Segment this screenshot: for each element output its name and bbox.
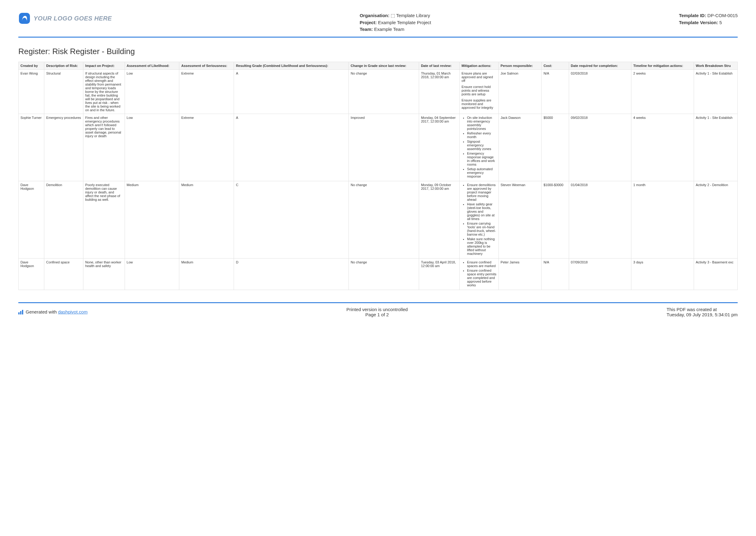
mitigation-paragraph: Ensure plans are approved and signed off xyxy=(461,72,497,83)
table-cell: Poorly executed demolition can cause inj… xyxy=(83,181,125,258)
project-label: Project: xyxy=(360,20,377,25)
table-cell: Medium xyxy=(179,258,234,290)
table-cell: Thursday, 01 March 2018, 12:00:00 am xyxy=(419,69,460,114)
table-cell: Ensure confined spaces are markedEnsure … xyxy=(460,258,499,290)
table-cell: None, other than worker health and safet… xyxy=(83,258,125,290)
column-header: Change in Grade since last review: xyxy=(349,62,419,69)
list-item: On site induction into emergency assembl… xyxy=(467,116,497,130)
table-cell: Demolition xyxy=(44,181,83,258)
table-cell: C xyxy=(234,181,349,258)
list-item: Emergency response signage in offices an… xyxy=(467,151,497,166)
table-cell: Low xyxy=(125,114,179,181)
table-cell: D xyxy=(234,258,349,290)
svg-rect-0 xyxy=(19,13,30,24)
table-cell: Extreme xyxy=(179,114,234,181)
table-header-row: Created byDescription of Risk:Impact on … xyxy=(18,62,738,69)
list-item: Signpost emergency assembly zones xyxy=(467,140,497,151)
list-item: Ensure carrying 'tools' are on-hand (han… xyxy=(467,221,497,236)
mitigation-list: On site induction into emergency assembl… xyxy=(461,116,497,178)
template-id-value: DP-COM-0015 xyxy=(708,13,738,18)
table-cell: Monday, 04 September 2017, 12:00:00 am xyxy=(419,114,460,181)
table-row: Sophie TurnerEmergency proceduresFires a… xyxy=(18,114,738,181)
created-label: This PDF was created at xyxy=(667,307,738,312)
chart-icon xyxy=(18,310,23,315)
table-cell: $1000-$3000 xyxy=(542,181,569,258)
table-row: Dave HodgsonConfined spaceNone, other th… xyxy=(18,258,738,290)
column-header: Description of Risk: xyxy=(44,62,83,69)
column-header: Assessment of Likelihood: xyxy=(125,62,179,69)
table-cell: Joe Salmon xyxy=(498,69,542,114)
table-cell: 02/03/2018 xyxy=(569,69,631,114)
list-item: Ensure confined space entry permits are … xyxy=(467,269,497,287)
document-footer: Generated with dashpivot.com Printed ver… xyxy=(18,302,738,317)
table-cell: Extreme xyxy=(179,69,234,114)
table-cell: Medium xyxy=(125,181,179,258)
table-cell: Low xyxy=(125,69,179,114)
column-header: Created by xyxy=(18,62,44,69)
table-cell: Jack Dawson xyxy=(498,114,542,181)
team-label: Team: xyxy=(360,27,373,32)
table-cell: Activity 1 - Site Establish xyxy=(694,69,738,114)
list-item: Setup automated emergency response xyxy=(467,167,497,178)
footer-left: Generated with dashpivot.com xyxy=(18,307,88,317)
table-cell: 01/04/2018 xyxy=(569,181,631,258)
column-header: Assessment of Seriousness: xyxy=(179,62,234,69)
table-cell: Emergency procedures xyxy=(44,114,83,181)
footer-right: This PDF was created at Tuesday, 09 July… xyxy=(667,307,738,317)
table-row: Dave HodgsonDemolitionPoorly executed de… xyxy=(18,181,738,258)
table-cell: $5000 xyxy=(542,114,569,181)
table-cell: Medium xyxy=(179,181,234,258)
list-item: Ensure demolitions are approved by proje… xyxy=(467,183,497,201)
table-cell: N/A xyxy=(542,69,569,114)
template-id-label: Template ID: xyxy=(679,13,706,18)
table-cell: 3 days xyxy=(631,258,694,290)
table-cell: If structural aspects of design includin… xyxy=(83,69,125,114)
table-cell: Monday, 09 October 2017, 12:00:00 am xyxy=(419,181,460,258)
risk-table: Created byDescription of Risk:Impact on … xyxy=(18,62,738,290)
table-cell: 2 weeks xyxy=(631,69,694,114)
team-value: Example Team xyxy=(374,27,404,32)
table-cell: Low xyxy=(125,258,179,290)
table-cell: Structural xyxy=(44,69,83,114)
document-page: YOUR LOGO GOES HERE Organisation: ⬚ Temp… xyxy=(0,0,756,504)
dashpivot-link[interactable]: dashpivot.com xyxy=(58,309,88,315)
table-cell: Ensure plans are approved and signed off… xyxy=(460,69,499,114)
table-cell: 4 weeks xyxy=(631,114,694,181)
template-ver-value: 5 xyxy=(719,20,722,25)
table-cell: Peter James xyxy=(498,258,542,290)
table-cell: Activity 1 - Site Establish xyxy=(694,114,738,181)
column-header: Date required for completion: xyxy=(569,62,631,69)
logo-area: YOUR LOGO GOES HERE xyxy=(18,12,112,24)
list-item: Ensure confined spaces are marked xyxy=(467,260,497,268)
table-cell: On site induction into emergency assembl… xyxy=(460,114,499,181)
table-cell: Improved xyxy=(349,114,419,181)
column-header: Person responsible: xyxy=(498,62,542,69)
document-header: YOUR LOGO GOES HERE Organisation: ⬚ Temp… xyxy=(18,12,738,38)
table-cell: Dave Hodgson xyxy=(18,258,44,290)
table-cell: N/A xyxy=(542,258,569,290)
list-item: Make sure nothing over 200kg is attempte… xyxy=(467,237,497,255)
meta-right: Template ID: DP-COM-0015 Template Versio… xyxy=(679,12,738,26)
mitigation-list: Ensure demolitions are approved by proje… xyxy=(461,183,497,255)
column-header: Mitigation actions: xyxy=(460,62,499,69)
column-header: Timeline for mitigation actions: xyxy=(631,62,694,69)
table-cell: Dave Hodgson xyxy=(18,181,44,258)
table-cell: Activity 2 - Demolition xyxy=(694,181,738,258)
table-cell: Sophie Turner xyxy=(18,114,44,181)
footer-center: Printed version is uncontrolled Page 1 o… xyxy=(346,307,408,317)
column-header: Cost: xyxy=(542,62,569,69)
list-item: Refresher every month xyxy=(467,131,497,139)
mitigation-paragraph: Ensure correct hold points and witness p… xyxy=(461,85,497,96)
table-cell: No change xyxy=(349,69,419,114)
mitigation-paragraph: Ensure supplies are monitored and approv… xyxy=(461,98,497,109)
meta-left: Organisation: ⬚ Template Library Project… xyxy=(360,12,431,33)
org-label: Organisation: xyxy=(360,13,390,18)
table-cell: 07/09/2018 xyxy=(569,258,631,290)
org-value: ⬚ Template Library xyxy=(391,13,430,18)
logo-text: YOUR LOGO GOES HERE xyxy=(34,15,112,22)
list-item: Have safety gear (steel-toe boots, glove… xyxy=(467,202,497,220)
table-cell: Ensure demolitions are approved by proje… xyxy=(460,181,499,258)
table-cell: Evan Wong xyxy=(18,69,44,114)
table-cell: Activity 3 - Basement exc xyxy=(694,258,738,290)
generated-prefix: Generated with xyxy=(26,309,58,315)
